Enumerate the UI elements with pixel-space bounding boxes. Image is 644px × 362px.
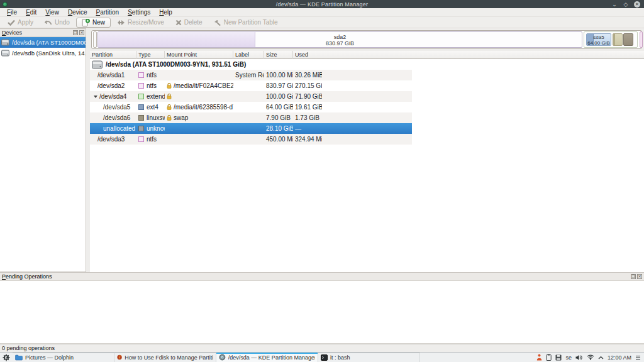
minimize-button[interactable]: ⌄: [611, 1, 618, 8]
fs-type: ntfs: [147, 136, 157, 143]
new-partition-table-button[interactable]: New Partition Table: [209, 18, 283, 28]
bar-segment-sda6[interactable]: [613, 33, 623, 46]
expand-arrow-icon[interactable]: [94, 96, 97, 98]
partition-label: System Res...: [233, 70, 264, 80]
network-wifi-icon[interactable]: [587, 354, 594, 360]
user-status-icon[interactable]: [536, 354, 542, 361]
bar-segment-sda1[interactable]: [93, 31, 97, 48]
lock-icon: [167, 83, 172, 89]
partition-size: 100.00 GiB: [264, 91, 293, 102]
partition-size: 7.90 GiB: [264, 112, 293, 123]
menubar: File Edit View Device Partition Settings…: [0, 8, 644, 17]
partition-size: 450.00 MiB: [264, 134, 293, 145]
system-tray: se 12:00 AM: [533, 353, 644, 362]
partition-table: Partition Type Mount Point Label Size Us…: [90, 51, 644, 272]
menu-file[interactable]: File: [3, 8, 21, 17]
partition-name: /dev/sda3: [90, 134, 136, 145]
bar-segment-sda2[interactable]: sda2 830.97 GiB: [97, 31, 582, 48]
taskbar-item-firefox[interactable]: How to Use Fdisk to Manage Partitions on…: [114, 353, 216, 362]
header-type[interactable]: Type: [136, 51, 165, 59]
header-used[interactable]: Used: [293, 51, 644, 59]
window-title: /dev/sda — KDE Partition Manager: [0, 1, 644, 8]
tray-expand-icon[interactable]: [598, 356, 604, 359]
fs-color-swatch: [138, 104, 144, 110]
pending-float-icon[interactable]: ❐: [631, 274, 636, 279]
clipboard-icon[interactable]: [546, 354, 552, 361]
lock-icon: [167, 104, 172, 110]
partition-used: 19.61 GiB: [293, 102, 322, 112]
device-item-sda[interactable]: /dev/sda (ATA ST1000DM003-9Y...: [0, 37, 86, 48]
table-row-unallocated[interactable]: unallocated unknown 28.10 GiB —: [90, 123, 412, 134]
table-row-sda3[interactable]: /dev/sda3 ntfs 450.00 MiB 324.94 MiB: [90, 134, 412, 145]
fs-color-swatch: [138, 83, 144, 89]
delete-icon: [175, 19, 182, 26]
menu-settings[interactable]: Settings: [123, 8, 155, 17]
hard-drive-icon: [1, 50, 9, 57]
hard-drive-icon: [1, 39, 9, 46]
undo-button[interactable]: Undo: [40, 18, 75, 28]
menu-edit[interactable]: Edit: [21, 8, 41, 17]
device-notifier-icon[interactable]: [555, 354, 562, 361]
device-group-label: /dev/sda (ATA ST1000DM003-9YN1, 931.51 G…: [106, 61, 246, 68]
delete-label: Delete: [184, 19, 203, 26]
toolbar: Apply Undo New Resize/Move Delete New Pa…: [0, 17, 644, 28]
header-partition[interactable]: Partition: [90, 51, 136, 59]
table-row-sda1[interactable]: /dev/sda1 ntfs System Res... 100.00 MiB …: [90, 70, 412, 80]
apply-check-icon: [8, 19, 15, 26]
pending-operations-header: Pending Operations ❐ ✕: [0, 272, 644, 281]
table-row-sda6[interactable]: /dev/sda6 linuxswap swap 7.90 GiB 1.73 G…: [90, 112, 412, 123]
undo-label: Undo: [55, 19, 70, 26]
devices-close-icon[interactable]: ✕: [79, 30, 84, 35]
delete-button[interactable]: Delete: [170, 18, 208, 28]
fs-color-swatch: [138, 94, 144, 99]
sda5-bar-label: sda5 64.00 GiB: [587, 35, 611, 46]
devices-float-icon[interactable]: ❐: [73, 30, 78, 35]
taskbar-item-dolphin[interactable]: Pictures — Dolphin: [13, 353, 114, 362]
devices-panel: Devices ❐ ✕ /dev/sda (ATA ST1000DM003-9Y…: [0, 28, 86, 272]
hard-drive-icon: [92, 60, 103, 69]
partition-name: /dev/sda1: [90, 70, 136, 80]
apply-button[interactable]: Apply: [3, 18, 38, 28]
partition-size: 28.10 GiB: [264, 123, 293, 134]
menu-help[interactable]: Help: [155, 8, 177, 17]
close-button[interactable]: ✕: [634, 1, 640, 8]
pending-operations-list: [0, 281, 644, 344]
clock[interactable]: 12:00 AM: [608, 354, 631, 361]
header-size[interactable]: Size: [264, 51, 293, 59]
menu-view[interactable]: View: [41, 8, 64, 17]
table-row-device-group[interactable]: /dev/sda (ATA ST1000DM003-9YN1, 931.51 G…: [90, 59, 644, 70]
new-button[interactable]: New: [76, 18, 111, 28]
header-label[interactable]: Label: [233, 51, 264, 59]
panel-menu-icon[interactable]: [635, 355, 641, 360]
taskbar-item-label: How to Use Fdisk to Manage Partitions on…: [125, 354, 213, 361]
partition-size: 64.00 GiB: [264, 102, 293, 112]
menu-device[interactable]: Device: [64, 8, 92, 17]
table-row-sda5[interactable]: /dev/sda5 ext4 /media/it/62385598-d7f0-.…: [90, 102, 412, 112]
partition-name: unallocated: [90, 123, 136, 134]
taskbar-item-konsole[interactable]: it : bash: [318, 353, 420, 362]
partition-name: /dev/sda4: [99, 93, 126, 100]
header-mount-point[interactable]: Mount Point: [165, 51, 233, 59]
volume-icon[interactable]: [575, 354, 583, 361]
resize-move-label: Resize/Move: [128, 19, 164, 26]
partition-bar: sda2 830.97 GiB sda5 64.00 GiB: [91, 30, 642, 49]
application-launcher-button[interactable]: [0, 353, 13, 362]
devices-panel-title: Devices: [2, 30, 22, 36]
pending-operations-count: 0 pending operations: [2, 345, 55, 351]
sda6-used-fill: [613, 34, 615, 45]
device-item-sdb[interactable]: /dev/sdb (SanDisk Ultra, 14.48 G...: [0, 48, 86, 58]
bar-segment-sda5[interactable]: sda5 64.00 GiB: [586, 33, 611, 46]
table-row-sda4[interactable]: /dev/sda4 extended 100.00 GiB 71.90 GiB: [90, 91, 412, 102]
maximize-button[interactable]: ◇: [623, 1, 629, 8]
table-header: Partition Type Mount Point Label Size Us…: [90, 51, 644, 59]
taskbar-item-partition-manager[interactable]: /dev/sda — KDE Partition Manager: [216, 353, 318, 362]
table-row-sda2[interactable]: /dev/sda2 ntfs /media/it/F02A4CBE2A4C...…: [90, 80, 412, 91]
bar-segment-unallocated[interactable]: [623, 33, 633, 46]
pending-close-icon[interactable]: ✕: [637, 274, 642, 279]
partition-used: 270.15 GiB: [293, 80, 322, 91]
bar-segment-sda3[interactable]: [640, 31, 643, 48]
keyboard-layout-indicator[interactable]: se: [565, 354, 572, 361]
new-label: New: [92, 19, 105, 26]
resize-move-button[interactable]: Resize/Move: [112, 18, 169, 28]
menu-partition[interactable]: Partition: [91, 8, 123, 17]
